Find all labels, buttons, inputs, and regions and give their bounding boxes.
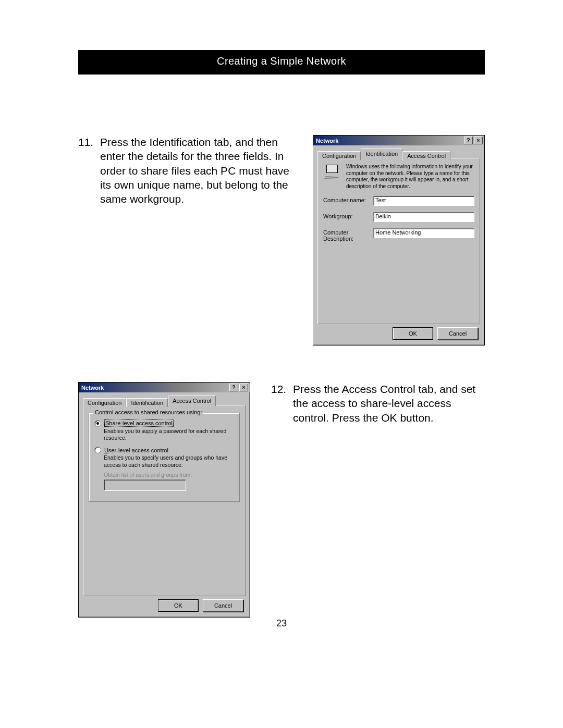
user-level-label: User-level access control [104, 447, 168, 453]
help-button-2[interactable]: ? [229, 384, 238, 391]
tab-identification-2[interactable]: Identification [126, 398, 168, 407]
user-level-source-input [104, 479, 186, 491]
step-12-number: 12. [271, 382, 293, 425]
close-button-2[interactable]: × [239, 384, 248, 391]
identification-help-text: Windows uses the following information t… [346, 164, 474, 190]
network-dialog-title: Network [315, 138, 464, 144]
access-control-panel: Control access to shared resources using… [83, 405, 246, 596]
network-dialog-titlebar[interactable]: Network ? × [313, 135, 484, 145]
row-step-11: 11. Press the Identification tab, and th… [78, 135, 485, 346]
tab-identification[interactable]: Identification [361, 149, 402, 159]
network-dialog-title-2: Network [80, 385, 229, 391]
computer-description-label: Computer Description: [323, 228, 370, 242]
share-level-option[interactable]: Share-level access control Enables you t… [94, 419, 234, 441]
ok-button[interactable]: OK [393, 327, 433, 340]
ok-button-2[interactable]: OK [158, 599, 199, 612]
user-level-option[interactable]: User-level access control Enables you to… [94, 447, 234, 490]
share-level-desc: Enables you to supply a password for eac… [104, 428, 234, 441]
page-header-title: Creating a Simple Network [217, 55, 346, 67]
user-level-desc: Enables you to specify users and groups … [104, 454, 234, 468]
groupbox-legend: Control access to shared resources using… [93, 409, 203, 415]
access-control-groupbox: Control access to shared resources using… [89, 413, 240, 502]
tab-configuration-2[interactable]: Configuration [83, 398, 126, 407]
document-page: Creating a Simple Network 11. Press the … [0, 0, 563, 728]
workgroup-label: Workgroup: [323, 212, 370, 219]
tabs-row-2: Configuration Identification Access Cont… [83, 396, 246, 406]
row-step-12: Network ? × Configuration Identification… [78, 382, 485, 618]
share-level-label: Share-level access control [104, 419, 174, 427]
workgroup-input[interactable]: Belkin [373, 212, 474, 222]
computer-name-label: Computer name: [323, 196, 370, 203]
tab-access-control-2[interactable]: Access Control [168, 396, 216, 406]
computer-id-icon [323, 164, 341, 181]
cancel-button[interactable]: Cancel [437, 327, 478, 340]
tab-configuration[interactable]: Configuration [317, 151, 361, 160]
step-12-body: Press the Access Control tab, and set th… [293, 382, 485, 425]
tab-access-control[interactable]: Access Control [402, 151, 450, 160]
page-header: Creating a Simple Network [78, 50, 485, 75]
computer-name-input[interactable]: Test [373, 196, 474, 206]
close-button[interactable]: × [474, 137, 483, 144]
network-dialog-titlebar-2[interactable]: Network ? × [79, 382, 250, 392]
share-level-radio[interactable] [94, 420, 101, 427]
dialog-1-col: Network ? × Configuration Identification… [313, 135, 485, 346]
step-11-body: Press the Identification tab, and then e… [100, 135, 297, 206]
step-11-number: 11. [78, 135, 100, 206]
user-level-sublabel: Obtain list of users and groups from: [104, 472, 234, 478]
identification-panel: Windows uses the following information t… [317, 158, 480, 324]
cancel-button-2[interactable]: Cancel [203, 599, 243, 612]
network-dialog-identification: Network ? × Configuration Identification… [313, 135, 485, 346]
step-12-text: 12. Press the Access Control tab, and se… [266, 382, 485, 618]
user-level-radio[interactable] [94, 447, 101, 453]
help-button[interactable]: ? [464, 137, 473, 144]
page-number: 23 [0, 618, 563, 629]
dialog-2-col: Network ? × Configuration Identification… [78, 382, 250, 618]
tabs-row: Configuration Identification Access Cont… [317, 149, 480, 159]
network-dialog-access-control: Network ? × Configuration Identification… [78, 382, 250, 618]
computer-description-input[interactable]: Home Networking [373, 228, 474, 238]
step-11-text: 11. Press the Identification tab, and th… [78, 135, 297, 346]
